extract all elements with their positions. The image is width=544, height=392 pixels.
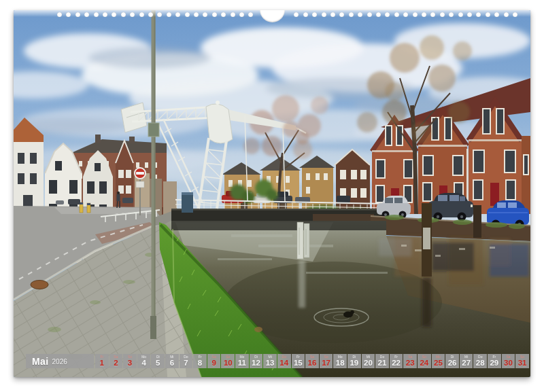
calendar-day-5: Di5 [151, 354, 165, 368]
calendar-day-12: Di12 [250, 354, 263, 368]
calendar-day-7: Do7 [180, 354, 193, 368]
binding-hole [194, 12, 199, 17]
month-name: Mai [32, 356, 49, 367]
binding-hole [486, 12, 490, 17]
calendar-day-8: Fr8 [193, 354, 207, 368]
binding-hole [504, 12, 509, 17]
binding-hole [349, 12, 354, 17]
calendar-day-28: Do28 [473, 354, 487, 368]
calendar-day-10: So10 [221, 354, 235, 368]
binding-hole [422, 12, 426, 17]
utility-cabinet [182, 192, 193, 213]
calendar-day-11: Mo11 [235, 354, 249, 368]
calendar-day-4: Mo4 [137, 354, 151, 368]
calendar-day-15: Fr15 [292, 354, 305, 368]
calendar-day-26: Di26 [445, 354, 459, 368]
calendar-day-14: Do14 [277, 354, 291, 368]
canal-photo [14, 10, 530, 377]
calendar-day-27: Mi27 [460, 354, 473, 368]
calendar-day-19: Di19 [347, 354, 361, 368]
calendar-day-31: So31 [515, 354, 529, 368]
binding-hole [148, 12, 153, 17]
binding-hole [330, 12, 335, 17]
binding-hole [239, 12, 244, 17]
calendar-day-16: Sa16 [305, 354, 319, 368]
calendar-day-13: Mi13 [263, 354, 277, 368]
binding-hole [75, 12, 80, 17]
calendar-product-screenshot: Mai 2026 Fr1Sa2So3Mo4Di5Mi6Do7Fr8Sa9So10… [0, 0, 544, 392]
binding-hole [394, 12, 399, 17]
binding-hole [513, 12, 517, 17]
calendar-day-3: So3 [123, 354, 137, 368]
calendar-day-2: Sa2 [109, 354, 123, 368]
binding-hole [121, 12, 126, 17]
calendar-day-23: Sa23 [403, 354, 417, 368]
month-label-box: Mai 2026 [26, 354, 94, 368]
binding-hole [185, 12, 190, 17]
binding-hole [167, 12, 171, 17]
calendar-day-30: Sa30 [502, 354, 515, 368]
calendar-page: Mai 2026 Fr1Sa2So3Mo4Di5Mi6Do7Fr8Sa9So10… [14, 10, 530, 377]
calendar-day-29: Fr29 [488, 354, 501, 368]
calendar-day-18: Mo18 [333, 354, 347, 368]
manhole-cover [31, 281, 48, 289]
binding-hole [322, 12, 326, 17]
binding-hole [231, 12, 235, 17]
binding-hole [212, 12, 217, 17]
binding-hole [103, 12, 107, 17]
binding-hole [303, 12, 308, 17]
binding-hole [367, 12, 372, 17]
calendar-day-24: So24 [418, 354, 431, 368]
calendar-day-22: Fr22 [390, 354, 403, 368]
year-label: 2026 [52, 357, 67, 366]
binding-hole [467, 12, 472, 17]
calendar-day-9: Sa9 [207, 354, 221, 368]
binding-hole [413, 12, 418, 17]
binding-hole [94, 12, 99, 17]
calendar-strip: Mai 2026 Fr1Sa2So3Mo4Di5Mi6Do7Fr8Sa9So10… [26, 354, 529, 368]
calendar-day-6: Mi6 [165, 354, 179, 368]
binding-hole [440, 12, 445, 17]
calendar-day-25: Mo25 [432, 354, 445, 368]
calendar-day-17: So17 [320, 354, 333, 368]
calendar-day-1: Fr1 [95, 354, 109, 368]
binding-hole [458, 12, 463, 17]
binding-hole [139, 12, 144, 17]
calendar-day-20: Mi20 [362, 354, 375, 368]
calendar-day-21: Do21 [375, 354, 389, 368]
binding-hole [376, 12, 381, 17]
binding-hole [57, 12, 62, 17]
